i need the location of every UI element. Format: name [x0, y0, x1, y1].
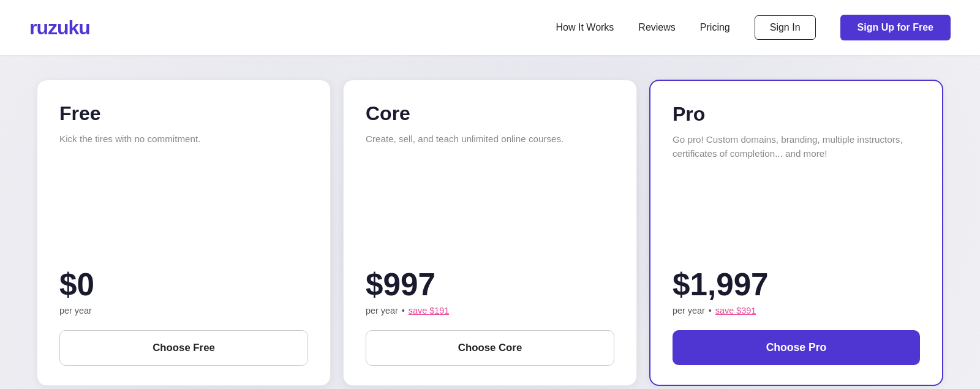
plan-name-pro: Pro [673, 103, 920, 126]
plan-desc-free: Kick the tires with no commitment. [59, 132, 308, 172]
plan-desc-core: Create, sell, and teach unlimited online… [366, 132, 614, 172]
plan-desc-pro: Go pro! Custom domains, branding, multip… [673, 133, 920, 172]
signin-button[interactable]: Sign In [755, 15, 816, 40]
plan-name-free: Free [59, 102, 308, 125]
price-block-pro: $1,997 per year • save $391 Choose Pro [673, 248, 920, 365]
nav-pricing[interactable]: Pricing [700, 22, 730, 33]
plan-card-free: Free Kick the tires with no commitment. … [37, 80, 331, 386]
plan-card-pro: Pro Go pro! Custom domains, branding, mu… [649, 80, 943, 386]
plan-card-core: Core Create, sell, and teach unlimited o… [343, 80, 637, 386]
nav-reviews[interactable]: Reviews [638, 22, 675, 33]
price-per-year-core: per year • save $191 [366, 306, 614, 315]
navbar: ruzuku How It Works Reviews Pricing Sign… [0, 0, 980, 55]
nav-links: How It Works Reviews Pricing Sign In Sig… [556, 15, 951, 40]
nav-how-it-works[interactable]: How It Works [556, 22, 614, 33]
plan-name-core: Core [366, 102, 614, 125]
price-per-year-pro: per year • save $391 [673, 306, 920, 315]
signup-button[interactable]: Sign Up for Free [840, 15, 951, 40]
save-pro[interactable]: save $391 [715, 306, 756, 315]
price-amount-free: $0 [59, 268, 308, 302]
choose-pro-button[interactable]: Choose Pro [673, 330, 920, 365]
price-per-year-free: per year [59, 306, 308, 315]
choose-core-button[interactable]: Choose Core [366, 330, 614, 366]
price-amount-pro: $1,997 [673, 268, 920, 302]
price-amount-core: $997 [366, 268, 614, 302]
logo[interactable]: ruzuku [29, 17, 90, 39]
price-block-free: $0 per year Choose Free [59, 248, 308, 366]
pricing-section: Free Kick the tires with no commitment. … [0, 55, 980, 389]
price-block-core: $997 per year • save $191 Choose Core [366, 248, 614, 366]
choose-free-button[interactable]: Choose Free [59, 330, 308, 366]
save-core[interactable]: save $191 [409, 306, 449, 315]
